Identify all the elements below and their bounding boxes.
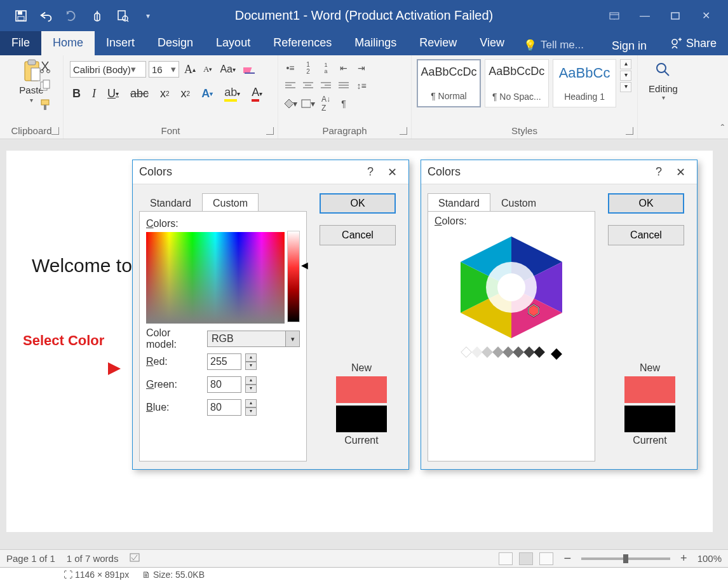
copy-icon[interactable] [39, 79, 52, 95]
help-icon[interactable]: ? [358, 165, 382, 179]
green-input[interactable]: 80 [207, 376, 241, 393]
bold-button[interactable]: B [70, 87, 83, 100]
styles-dialog-launcher-icon[interactable] [626, 127, 633, 135]
styles-scroll-up-icon[interactable]: ▴ [620, 59, 631, 69]
ok-button[interactable]: OK [608, 193, 684, 214]
help-icon[interactable]: ? [647, 165, 671, 179]
share-button[interactable]: Share [658, 31, 728, 55]
black-hex-icon[interactable] [551, 348, 562, 360]
align-center-icon[interactable] [301, 79, 315, 93]
tab-review[interactable]: Review [408, 31, 468, 55]
font-name-combo[interactable]: Calibri (Body) [70, 61, 146, 78]
italic-button[interactable]: I [90, 87, 98, 100]
qat-customize-icon[interactable]: ▾ [141, 9, 155, 23]
font-color-button[interactable]: A▾ [249, 86, 265, 102]
chevron-down-icon[interactable]: ▾ [285, 331, 299, 346]
view-web-layout-icon[interactable] [539, 552, 553, 565]
text-effects-button[interactable]: A▾ [199, 87, 215, 100]
luminance-slider[interactable] [287, 231, 300, 322]
zoom-thumb[interactable] [623, 554, 628, 563]
close-icon[interactable]: ✕ [694, 8, 718, 24]
style-card-heading1[interactable]: AaBbCc Heading 1 [553, 59, 617, 107]
underline-button[interactable]: U▾ [105, 87, 121, 100]
align-right-icon[interactable] [319, 79, 333, 93]
print-preview-icon[interactable] [116, 9, 130, 23]
highlight-button[interactable]: ab▾ [222, 86, 243, 102]
change-case-button[interactable]: Aa▾ [217, 64, 238, 75]
red-spinner[interactable]: ▴▾ [245, 353, 257, 370]
tab-file[interactable]: File [0, 31, 41, 55]
style-card-normal[interactable]: AaBbCcDc ¶ Normal [417, 59, 481, 107]
decrease-indent-icon[interactable]: ⇤ [337, 61, 351, 75]
redo-icon[interactable] [65, 9, 79, 23]
borders-icon[interactable]: ▾ [301, 97, 315, 111]
style-card-no-spacing[interactable]: AaBbCcDc ¶ No Spac... [485, 59, 549, 107]
find-icon[interactable] [655, 62, 671, 81]
font-size-combo[interactable]: 16▾ [149, 61, 179, 78]
shading-icon[interactable]: ▾ [283, 97, 297, 111]
zoom-in-button[interactable]: + [677, 552, 691, 565]
close-icon[interactable]: ✕ [671, 165, 691, 179]
tab-layout[interactable]: Layout [205, 31, 262, 55]
tab-design[interactable]: Design [146, 31, 205, 55]
red-input[interactable]: 255 [207, 353, 241, 370]
cancel-button[interactable]: Cancel [608, 225, 684, 245]
line-spacing-icon[interactable]: ↕≡ [354, 79, 368, 93]
tell-me-search[interactable]: 💡 Tell me... [516, 31, 594, 55]
color-model-combo[interactable]: RGB ▾ [207, 331, 300, 347]
touch-mouse-mode-icon[interactable] [90, 9, 104, 23]
zoom-out-button[interactable]: − [560, 551, 575, 566]
cut-icon[interactable] [39, 60, 52, 76]
page-indicator[interactable]: Page 1 of 1 [6, 553, 55, 564]
numbering-icon[interactable]: 12 [301, 61, 315, 75]
tab-insert[interactable]: Insert [95, 31, 146, 55]
minimize-icon[interactable]: — [633, 8, 657, 24]
justify-icon[interactable] [337, 79, 351, 93]
view-read-mode-icon[interactable] [499, 552, 513, 565]
subscript-button[interactable]: x2 [158, 87, 172, 100]
tab-view[interactable]: View [468, 31, 516, 55]
styles-scroll-down-icon[interactable]: ▾ [620, 71, 631, 81]
strikethrough-button[interactable]: abc [128, 87, 151, 100]
clear-formatting-icon[interactable] [241, 63, 260, 76]
green-spinner[interactable]: ▴▾ [245, 376, 257, 393]
cancel-button[interactable]: Cancel [320, 225, 396, 245]
word-count[interactable]: 1 of 7 words [67, 553, 119, 564]
dialog-titlebar[interactable]: Colors ? ✕ [421, 160, 697, 184]
blue-input[interactable]: 80 [207, 399, 241, 416]
tab-home[interactable]: Home [41, 31, 95, 55]
font-dialog-launcher-icon[interactable] [266, 127, 274, 135]
increase-indent-icon[interactable]: ⇥ [354, 61, 368, 75]
collapse-ribbon-icon[interactable]: ˆ [721, 123, 724, 135]
dialog-titlebar[interactable]: Colors ? ✕ [133, 160, 408, 184]
editing-label[interactable]: Editing [649, 83, 678, 94]
undo-icon[interactable] [39, 9, 53, 23]
view-print-layout-icon[interactable] [519, 552, 533, 565]
zoom-slider[interactable] [581, 557, 670, 560]
standard-color-hexagon[interactable] [451, 233, 572, 341]
spelling-icon[interactable] [130, 552, 141, 564]
color-gradient-picker[interactable] [146, 232, 285, 324]
ok-button[interactable]: OK [320, 193, 396, 214]
paragraph-dialog-launcher-icon[interactable] [400, 127, 407, 135]
blue-spinner[interactable]: ▴▾ [245, 399, 257, 416]
tab-references[interactable]: References [262, 31, 343, 55]
clipboard-dialog-launcher-icon[interactable] [51, 127, 59, 135]
save-icon[interactable] [14, 9, 28, 23]
shrink-font-icon[interactable]: A▾ [201, 64, 215, 74]
align-left-icon[interactable] [283, 79, 297, 93]
show-hide-icon[interactable]: ¶ [337, 97, 351, 111]
sort-icon[interactable]: A↓Z [319, 97, 333, 111]
sign-in-link[interactable]: Sign in [600, 34, 658, 53]
bullets-icon[interactable]: •≡ [283, 61, 297, 75]
superscript-button[interactable]: x2 [179, 87, 193, 100]
multilevel-list-icon[interactable]: 1a [319, 61, 333, 75]
grow-font-icon[interactable]: A▴ [182, 63, 198, 76]
maximize-icon[interactable] [663, 8, 687, 24]
zoom-level[interactable]: 100% [698, 553, 722, 564]
format-painter-icon[interactable] [39, 99, 52, 114]
gray-scale-strip[interactable] [435, 348, 588, 359]
document-text[interactable]: Welcome to [32, 255, 132, 277]
tab-mailings[interactable]: Mailings [343, 31, 408, 55]
luminance-cursor-icon[interactable]: ◀ [301, 260, 308, 270]
